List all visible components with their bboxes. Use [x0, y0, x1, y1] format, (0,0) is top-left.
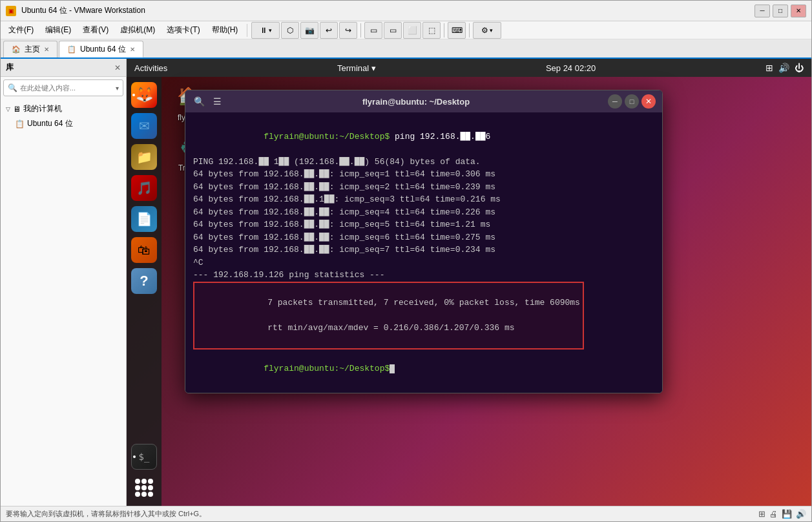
remote-button[interactable]: ⬡ — [281, 22, 299, 39]
term-line-11: --- 192.168.19.126 ping statistics --- — [193, 269, 654, 282]
dock-firefox[interactable]: 🦊 — [131, 82, 157, 108]
view1-button[interactable]: ▭ — [364, 22, 382, 39]
body-area: 库 ✕ 🔍 ▾ ▽ 🖥 我的计算机 📋 Ubuntu 64 位 — [1, 59, 811, 506]
terminal-search-button[interactable]: 🔍 — [192, 94, 206, 109]
search-icon: 🔍 — [8, 83, 17, 92]
dock-writer[interactable]: 📄 — [131, 206, 157, 232]
library-close-button[interactable]: ✕ — [114, 63, 121, 72]
menu-view[interactable]: 查看(V) — [78, 23, 114, 37]
tab-home[interactable]: 🏠 主页 ✕ — [3, 41, 57, 57]
maximize-button[interactable]: □ — [773, 5, 788, 17]
status-right-icons: ⊞ 🖨 💾 🔊 — [758, 509, 806, 519]
dock-help[interactable]: ? — [131, 268, 157, 294]
term-stats-1: 7 packets transmitted, 7 received, 0% pa… — [267, 298, 580, 308]
dock-thunderbird[interactable]: ✉ — [131, 113, 157, 139]
thunderbird-icon: ✉ — [139, 118, 150, 134]
tab-bar: 🏠 主页 ✕ 📋 Ubuntu 64 位 ✕ — [1, 39, 811, 59]
terminal-left-controls: 🔍 ☰ — [192, 94, 224, 109]
terminal-window: 🔍 ☰ flyrain@ubuntu: ~/Desktop ─ □ ✕ flyr… — [185, 90, 663, 393]
library-search-bar[interactable]: 🔍 ▾ — [3, 79, 123, 96]
close-button[interactable]: ✕ — [791, 5, 806, 17]
dock-appstore[interactable]: 🛍 — [131, 237, 157, 263]
writer-icon: 📄 — [136, 211, 152, 227]
terminal-title: flyrain@ubuntu: ~/Desktop — [224, 97, 608, 107]
rhythmbox-icon: 🎵 — [136, 180, 152, 196]
tab-ubuntu-label: Ubuntu 64 位 — [80, 44, 126, 55]
tab-ubuntu-close[interactable]: ✕ — [130, 46, 135, 53]
menu-file[interactable]: 文件(F) — [3, 23, 39, 37]
apps-grid-icon — [135, 479, 153, 497]
term-line-9: 64 bytes from 192.168.██.██: icmp_seq=7 … — [193, 244, 654, 256]
status-message: 要将输入定向到该虚拟机，请将鼠标指针移入其中或按 Ctrl+G。 — [6, 509, 206, 519]
home-tab-icon: 🏠 — [12, 45, 21, 54]
status-icon-1[interactable]: ⊞ — [758, 509, 765, 519]
pause-button[interactable]: ⏸▾ — [251, 22, 280, 39]
menu-help[interactable]: 帮助(H) — [207, 23, 244, 37]
window-controls: ─ □ ✕ — [755, 5, 806, 17]
status-icon-4[interactable]: 🔊 — [796, 509, 806, 519]
gnome-top-bar: Activities Terminal ▾ Sep 24 02:20 ⊞ 🔊 ⏻ — [127, 59, 811, 77]
vm-display[interactable]: Activities Terminal ▾ Sep 24 02:20 ⊞ 🔊 ⏻… — [127, 59, 811, 506]
menu-edit[interactable]: 编辑(E) — [40, 23, 76, 37]
search-dropdown-icon[interactable]: ▾ — [116, 85, 119, 92]
snapshot3-button[interactable]: ↪ — [339, 22, 357, 39]
terminal-close-button[interactable]: ✕ — [641, 94, 656, 109]
gnome-network-icon[interactable]: ⊞ — [765, 63, 773, 73]
tree-ubuntu-item[interactable]: 📋 Ubuntu 64 位 — [1, 116, 126, 131]
toolbar-divider1 — [360, 23, 361, 37]
term-line-2: PING 192.168.██ 1██ (192.168.██.██) 56(8… — [193, 156, 654, 169]
gnome-terminal-label: Terminal — [337, 63, 369, 73]
toolbar-divider3 — [469, 23, 470, 37]
toolbar-divider2 — [444, 23, 444, 37]
gnome-app-arrow-icon: ▾ — [371, 63, 376, 73]
minimize-button[interactable]: ─ — [755, 5, 770, 17]
tree-ubuntu-label: Ubuntu 64 位 — [27, 118, 73, 129]
tab-ubuntu[interactable]: 📋 Ubuntu 64 位 ✕ — [59, 41, 143, 57]
snapshot-button[interactable]: 📷 — [300, 22, 318, 39]
status-bar: 要将输入定向到该虚拟机，请将鼠标指针移入其中或按 Ctrl+G。 ⊞ 🖨 💾 🔊 — [1, 506, 811, 521]
dock-show-apps[interactable] — [131, 475, 157, 501]
status-icon-3[interactable]: 💾 — [782, 509, 792, 519]
term-line-highlight: 7 packets transmitted, 7 received, 0% pa… — [193, 282, 584, 350]
library-tree: ▽ 🖥 我的计算机 📋 Ubuntu 64 位 — [1, 99, 126, 134]
view4-button[interactable]: ⬚ — [422, 22, 441, 39]
view2-button[interactable]: ▭ — [384, 22, 402, 39]
tab-home-close[interactable]: ✕ — [44, 46, 49, 53]
menu-tabs[interactable]: 选项卡(T) — [161, 23, 205, 37]
terminal-active-dot — [133, 455, 136, 458]
terminal-content[interactable]: flyrain@ubuntu:~/Desktop$ ping 192.168.█… — [185, 112, 662, 393]
computer-icon: 🖥 — [13, 105, 21, 114]
terminal-menu-button[interactable]: ☰ — [210, 94, 224, 109]
status-icon-2[interactable]: 🖨 — [769, 509, 778, 519]
term-line-6: 64 bytes from 192.168.██.██: icmp_seq=4 … — [193, 206, 654, 219]
firefox-icon: 🦊 — [136, 87, 153, 103]
menu-vm[interactable]: 虚拟机(M) — [115, 23, 160, 37]
gnome-status-icons: ⊞ 🔊 ⏻ — [765, 63, 804, 73]
terminal-minimize-button[interactable]: ─ — [608, 94, 622, 109]
terminal-right-controls: ─ □ ✕ — [608, 94, 656, 109]
gnome-power-icon[interactable]: ⏻ — [795, 63, 804, 73]
gnome-date: Sep 24 02:20 — [546, 63, 596, 73]
app-icon: ▣ — [6, 6, 16, 16]
desktop-area[interactable]: 🦊 ✉ 📁 🎵 📄 🛍 — [127, 77, 811, 506]
terminal-maximize-button[interactable]: □ — [625, 94, 639, 109]
library-search-input[interactable] — [20, 84, 113, 92]
help-icon: ? — [140, 273, 148, 289]
gnome-activities-button[interactable]: Activities — [134, 63, 167, 73]
term-cmd-1: ping 192.168.██.██6 — [390, 132, 490, 141]
dock-terminal[interactable]: $_ — [131, 444, 157, 470]
snapshot2-button[interactable]: ↩ — [320, 22, 338, 39]
dock-rhythmbox[interactable]: 🎵 — [131, 175, 157, 201]
more-button[interactable]: ⚙▾ — [473, 22, 501, 39]
dock-files[interactable]: 📁 — [131, 144, 157, 170]
term-line-7: 64 bytes from 192.168.██.██: icmp_seq=5 … — [193, 218, 654, 231]
library-header: 库 ✕ — [1, 59, 126, 77]
gnome-sound-icon[interactable]: 🔊 — [778, 63, 789, 73]
view3-button[interactable]: ⬜ — [403, 22, 421, 39]
send-key-button[interactable]: ⌨ — [448, 22, 466, 39]
library-title: 库 — [6, 62, 14, 73]
tab-home-label: 主页 — [25, 44, 40, 55]
gnome-app-name[interactable]: Terminal ▾ — [337, 63, 376, 73]
tree-my-computer[interactable]: ▽ 🖥 我的计算机 — [1, 101, 126, 116]
term-stats-2: rtt min/avg/max/mdev = 0.216/0.386/1.207… — [267, 323, 514, 333]
